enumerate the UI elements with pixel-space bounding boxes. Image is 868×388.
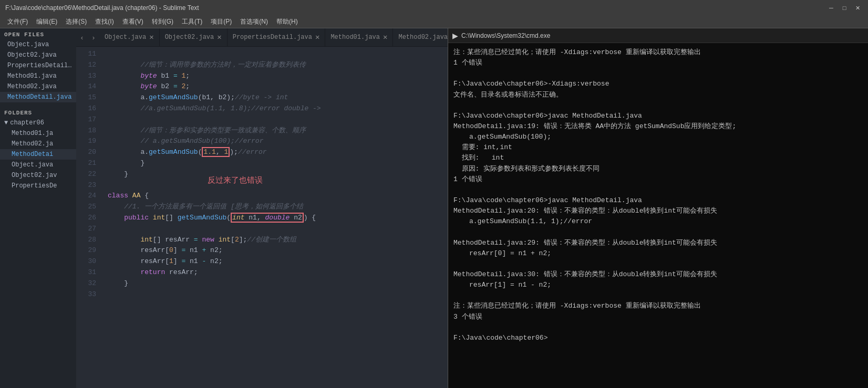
tab-label-propdetail: PropertiesDetail.java bbox=[233, 34, 312, 41]
cmd-line-2: 1 个错误 bbox=[453, 58, 863, 68]
sidebar-file-object02[interactable]: Object02.java bbox=[0, 50, 76, 60]
sidebar-file-method02[interactable]: Method02.java bbox=[0, 81, 76, 92]
cmd-line-13: 1 个错误 bbox=[453, 174, 863, 185]
tab-close-method01[interactable]: ✕ bbox=[383, 34, 387, 41]
cmd-line-1: 注：某些消息已经过简化；请使用 -Xdiags:verbose 重新编译以获取完… bbox=[453, 47, 863, 58]
folder-arrow-icon: ▼ bbox=[4, 119, 8, 127]
cmd-line-5: 文件名、目录名或卷标语法不正确。 bbox=[453, 90, 863, 100]
cmd-line-16: MethodDetail.java:20: 错误：不兼容的类型：从double转… bbox=[453, 206, 863, 216]
tab-label-method01: Method01.java bbox=[330, 34, 380, 41]
cmd-line-9: a.getSumAndSub(100); bbox=[453, 132, 863, 142]
cmd-line-7: F:\Java\code\chapter06>javac MethodDetai… bbox=[453, 111, 863, 121]
cmd-line-28: F:\Java\code\chapter06> bbox=[453, 333, 863, 343]
cmd-line-14 bbox=[453, 185, 863, 195]
cmd-line-17: a.getSumAndSub(1.1, 1);//error bbox=[453, 216, 863, 227]
tab-propdetail[interactable]: PropertiesDetail.java ✕ bbox=[228, 28, 326, 46]
tab-nav-left[interactable]: ‹ bbox=[76, 28, 88, 46]
cmd-icon: ▶ bbox=[452, 32, 458, 40]
minimize-button[interactable]: ─ bbox=[826, 3, 836, 13]
cmd-line-12: 原因: 实际参数列表和形式参数列表长度不同 bbox=[453, 164, 863, 174]
menu-view[interactable]: 查看(V) bbox=[118, 16, 148, 27]
sidebar-folder-object[interactable]: Object.java bbox=[0, 160, 76, 170]
sidebar: OPEN FILES Object.java Object02.java Pro… bbox=[0, 28, 76, 388]
editor-area: ‹ › Object.java ✕ Object02.java ✕ Proper… bbox=[76, 28, 868, 388]
sidebar-folder-method01[interactable]: Method01.ja bbox=[0, 128, 76, 139]
menu-preferences[interactable]: 首选项(N) bbox=[236, 16, 272, 27]
tab-nav-right[interactable]: › bbox=[88, 28, 99, 46]
menu-tools[interactable]: 工具(T) bbox=[178, 16, 206, 27]
cmd-line-25: 注：某些消息已经过简化；请使用 -Xdiags:verbose 重新编译以获取完… bbox=[453, 301, 863, 311]
menu-file[interactable]: 文件(F) bbox=[3, 16, 32, 27]
error-annotation: 反过来了也错误 bbox=[208, 175, 263, 187]
tab-label-object: Object.java bbox=[105, 34, 146, 41]
menu-edit[interactable]: 编辑(E) bbox=[32, 16, 61, 27]
cmd-line-24 bbox=[453, 290, 863, 301]
menu-bar: 文件(F) 编辑(E) 选择(S) 查找(I) 查看(V) 转到(G) 工具(T… bbox=[0, 16, 868, 28]
cmd-line-15: F:\Java\code\chapter06>javac MethodDetai… bbox=[453, 195, 863, 206]
line-numbers: 11 12 13 14 15 16 17 18 19 20 21 22 23 2… bbox=[76, 47, 102, 388]
cmd-line-21 bbox=[453, 259, 863, 269]
sidebar-folder-methoddetail[interactable]: MethodDetai bbox=[0, 149, 76, 160]
tab-object[interactable]: Object.java ✕ bbox=[99, 28, 160, 46]
cmd-line-27 bbox=[453, 322, 863, 333]
cmd-line-10: 需要: int,int bbox=[453, 142, 863, 153]
folder-name: chapter06 bbox=[10, 119, 44, 127]
sidebar-folder-propdeta[interactable]: PropertiesDe bbox=[0, 181, 76, 191]
window-controls: ─ □ ✕ bbox=[826, 3, 863, 13]
menu-select[interactable]: 选择(S) bbox=[61, 16, 91, 27]
tab-close-object[interactable]: ✕ bbox=[149, 34, 153, 41]
tab-label-object02: Object02.java bbox=[165, 34, 214, 41]
cmd-title-bar: ▶ C:\Windows\System32\cmd.exe bbox=[448, 28, 868, 43]
sidebar-folder-chapter06[interactable]: ▼ chapter06 bbox=[0, 118, 76, 128]
menu-goto[interactable]: 转到(G) bbox=[148, 16, 178, 27]
cmd-line-19: MethodDetail.java:29: 错误：不兼容的类型：从double转… bbox=[453, 238, 863, 248]
folders-label: FOLDERS bbox=[0, 107, 76, 118]
main-layout: OPEN FILES Object.java Object02.java Pro… bbox=[0, 28, 868, 388]
cmd-title-text: C:\Windows\System32\cmd.exe bbox=[461, 32, 550, 39]
cmd-line-11: 找到: int bbox=[453, 153, 863, 163]
cmd-line-6 bbox=[453, 100, 863, 111]
tab-close-object02[interactable]: ✕ bbox=[217, 34, 221, 41]
sidebar-file-object[interactable]: Object.java bbox=[0, 39, 76, 50]
cmd-line-20: resArr[0] = n1 + n2; bbox=[453, 248, 863, 259]
title-bar: F:\Java\code\chapter06\MethodDetail.java… bbox=[0, 0, 868, 16]
sidebar-file-methoddetail[interactable]: MethodDetail.java bbox=[0, 92, 76, 102]
cmd-line-4: F:\Java\code\chapter06>-Xdiags:verbose bbox=[453, 79, 863, 89]
cmd-window: ▶ C:\Windows\System32\cmd.exe 注：某些消息已经过简… bbox=[448, 28, 868, 388]
sidebar-file-method01[interactable]: Method01.java bbox=[0, 71, 76, 81]
sidebar-folder-object02[interactable]: Object02.jav bbox=[0, 170, 76, 181]
menu-help[interactable]: 帮助(H) bbox=[272, 16, 302, 27]
cmd-line-26: 3 个错误 bbox=[453, 312, 863, 322]
tab-object02[interactable]: Object02.java ✕ bbox=[160, 28, 228, 46]
close-button[interactable]: ✕ bbox=[852, 3, 863, 13]
sidebar-folder-method02[interactable]: Method02.ja bbox=[0, 139, 76, 149]
tab-method01[interactable]: Method01.java ✕ bbox=[325, 28, 393, 46]
cmd-line-8: MethodDetail.java:19: 错误：无法将类 AA中的方法 get… bbox=[453, 121, 863, 132]
menu-find[interactable]: 查找(I) bbox=[91, 16, 118, 27]
cmd-line-3 bbox=[453, 68, 863, 79]
open-files-label: OPEN FILES bbox=[0, 28, 76, 39]
menu-project[interactable]: 项目(P) bbox=[206, 16, 236, 27]
tab-close-propdetail[interactable]: ✕ bbox=[315, 34, 319, 41]
cmd-line-18 bbox=[453, 227, 863, 237]
title-text: F:\Java\code\chapter06\MethodDetail.java… bbox=[5, 4, 199, 12]
sidebar-file-propdetail[interactable]: PropertiesDetail.jav bbox=[0, 60, 76, 71]
cmd-line-22: MethodDetail.java:30: 错误：不兼容的类型：从double转… bbox=[453, 269, 863, 280]
tab-label-method02: Method02.java bbox=[398, 34, 448, 41]
cmd-content: 注：某些消息已经过简化；请使用 -Xdiags:verbose 重新编译以获取完… bbox=[448, 43, 868, 388]
cmd-line-23: resArr[1] = n1 - n2; bbox=[453, 280, 863, 290]
maximize-button[interactable]: □ bbox=[839, 3, 850, 13]
